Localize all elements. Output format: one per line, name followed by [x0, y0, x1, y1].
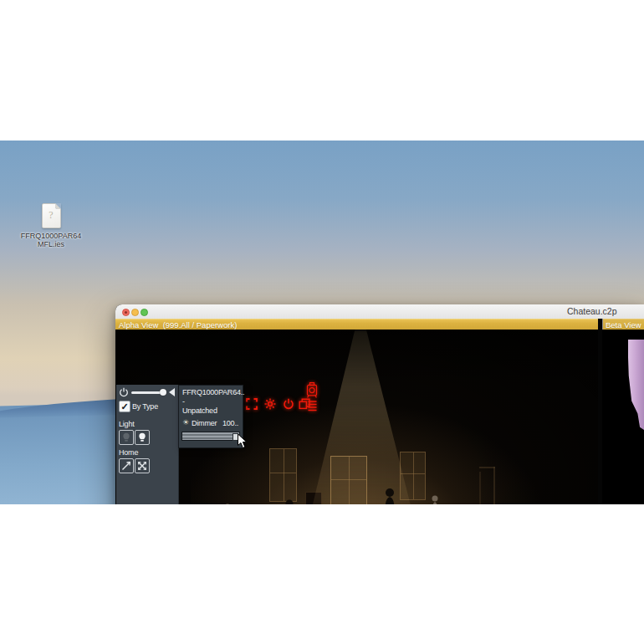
window-title: Chateau.c2p: [567, 306, 642, 316]
dimmer-label: Dimmer: [192, 419, 217, 427]
home-section-label: Home: [119, 448, 138, 457]
four-way-arrows-icon: [136, 460, 148, 472]
desktop[interactable]: ? FFRQ1000PAR64 MFL.ies Chateau.c2p Alph…: [0, 141, 644, 504]
light-off-button[interactable]: [119, 430, 134, 445]
beta-view-header[interactable]: Beta View (9: [602, 319, 644, 330]
fixture-channel: -: [182, 397, 185, 406]
unknown-filetype-glyph: ?: [43, 209, 60, 222]
home-spread-button[interactable]: [135, 458, 150, 473]
fixture-patch-status: Unpatched: [182, 406, 217, 415]
by-type-checkbox[interactable]: ✓: [119, 401, 130, 412]
brightness-icon: ☀: [182, 418, 189, 427]
home-focus-button[interactable]: [119, 458, 134, 473]
file-name: FFRQ1000PAR64 MFL.ies: [18, 232, 84, 248]
panel-power-icon[interactable]: [119, 387, 129, 397]
by-type-label: By Type: [132, 402, 158, 411]
lamp-off-icon: [120, 432, 132, 443]
close-button[interactable]: [122, 309, 130, 316]
fixture-icon[interactable]: [306, 382, 318, 398]
master-intensity-slider[interactable]: [131, 391, 163, 394]
mouse-cursor: [237, 433, 248, 449]
beta-viewport[interactable]: [602, 330, 644, 504]
lamp-on-icon: [136, 432, 148, 443]
zoom-button[interactable]: [141, 309, 148, 316]
light-section-label: Light: [119, 420, 135, 428]
window-titlebar[interactable]: Chateau.c2p: [115, 304, 644, 319]
alpha-view-header[interactable]: Alpha View (999.All / Paperwork): [115, 319, 598, 330]
gear-icon[interactable]: [264, 398, 276, 410]
light-on-button[interactable]: [135, 430, 150, 445]
desktop-file-icon[interactable]: ? FFRQ1000PAR64 MFL.ies: [18, 203, 84, 248]
power-toggle-icon[interactable]: [283, 398, 294, 410]
screenshot-root: ? FFRQ1000PAR64 MFL.ies Chateau.c2p Alph…: [0, 0, 644, 644]
selection-frame-icon[interactable]: [246, 398, 258, 410]
fixture-tooltip: FFRQ1000PAR64.. - Unpatched ☀ Dimmer 100…: [178, 385, 243, 448]
view-settings-panel: ✓ By Type Light Home: [116, 385, 179, 504]
document-icon: ?: [42, 203, 61, 228]
minimize-button[interactable]: [131, 309, 139, 316]
fixture-name: FFRQ1000PAR64..: [182, 388, 244, 396]
alpha-viewport[interactable]: ✓ By Type Light Home: [115, 330, 598, 504]
app-window: Chateau.c2p Alpha View (999.All / Paperw…: [115, 304, 644, 504]
collapse-arrow-icon[interactable]: [169, 388, 175, 396]
diagonal-arrow-icon: [120, 460, 132, 472]
alpha-header-icons: [580, 322, 595, 330]
dimmer-slider[interactable]: [181, 432, 240, 441]
master-intensity-knob[interactable]: [160, 389, 166, 396]
dmx-list-icon[interactable]: [307, 400, 318, 412]
dimmer-value: 100..: [222, 419, 238, 427]
stage-curtain: [628, 340, 644, 430]
